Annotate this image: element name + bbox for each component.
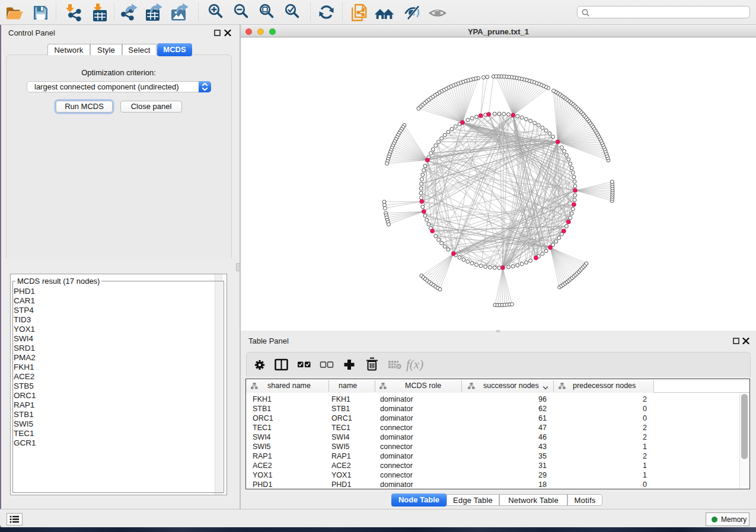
svg-text:f(x): f(x)	[406, 357, 423, 371]
